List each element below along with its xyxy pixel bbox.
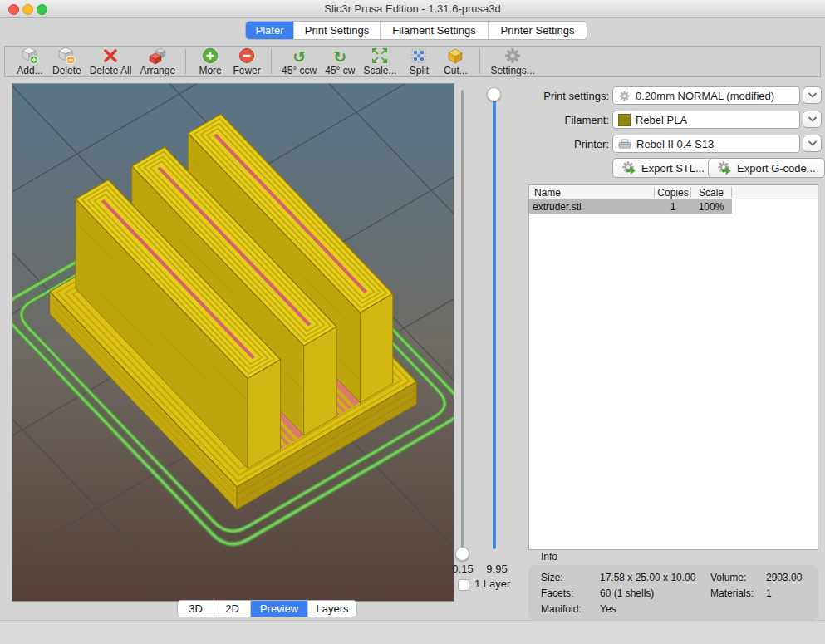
view-mode-layers[interactable]: Layers <box>308 601 356 617</box>
split-icon <box>410 47 428 65</box>
scale-button[interactable]: Scale... <box>363 47 396 76</box>
cut-button-label: Cut... <box>444 66 468 76</box>
rotate-ccw-button-label: 45° ccw <box>282 66 317 76</box>
printer-combo[interactable]: Rebel II 0.4 S13 <box>612 135 800 153</box>
export-stl-button[interactable]: Export STL... <box>612 158 714 178</box>
delete-all-icon <box>101 47 120 65</box>
delete-button[interactable]: Delete <box>52 47 81 76</box>
rotate-ccw-icon: ↺ <box>292 47 306 65</box>
column-header-name[interactable]: Name <box>534 185 651 199</box>
arrange-icon <box>149 47 167 65</box>
export-gear-arrow-icon <box>621 160 636 175</box>
volume-label: Volume: <box>710 572 746 583</box>
export-gear-arrow-icon <box>717 160 732 175</box>
filament-color-swatch <box>618 114 631 126</box>
materials-value: 1 <box>766 587 772 599</box>
manifold-value: Yes <box>600 603 616 615</box>
add-button[interactable]: Add... <box>16 47 44 76</box>
rotate-ccw-button[interactable]: ↺ 45° ccw <box>282 47 317 76</box>
info-section-title: Info <box>541 551 557 563</box>
tab-filament-settings[interactable]: Filament Settings <box>381 22 489 39</box>
row-name-cell: extruder.stl <box>533 199 652 214</box>
materials-label: Materials: <box>710 587 754 599</box>
arrange-button-label: Arrange <box>140 66 175 76</box>
view-mode-2d[interactable]: 2D <box>214 601 251 617</box>
row-scale-cell: 100% <box>691 199 731 214</box>
one-layer-checkbox[interactable] <box>458 579 469 591</box>
fewer-button-label: Fewer <box>233 66 260 76</box>
arrange-button[interactable]: Arrange <box>140 47 175 76</box>
rotate-cw-icon: ↻ <box>333 47 346 65</box>
chevron-down-icon <box>808 92 817 98</box>
export-gcode-button[interactable]: Export G-code... <box>708 158 825 178</box>
layer-slider-low-value: 0.15 <box>445 563 480 575</box>
settings-button[interactable]: Settings... <box>490 47 534 76</box>
layer-slider-high-track[interactable] <box>493 94 496 549</box>
cut-cube-icon <box>446 47 464 65</box>
toolbar-separator <box>479 49 480 74</box>
object-table-header: Name Copies Scale <box>529 185 818 199</box>
layer-slider-high-value: 9.95 <box>479 563 514 575</box>
facets-value: 60 (1 shells) <box>600 587 654 599</box>
delete-button-label: Delete <box>52 66 81 76</box>
add-box-icon <box>21 47 39 65</box>
printer-icon <box>618 139 631 150</box>
filament-combo[interactable]: Rebel PLA <box>612 111 800 129</box>
title-bar: Slic3r Prusa Edition - 1.31.6-prusa3d <box>0 0 825 18</box>
chevron-down-icon <box>808 116 817 122</box>
volume-value: 2903.00 <box>766 572 802 583</box>
delete-all-button-label: Delete All <box>90 66 132 76</box>
rotate-cw-button-label: 45° cw <box>325 66 355 76</box>
print-settings-value: 0.20mm NORMAL (modified) <box>636 90 774 102</box>
chevron-down-icon <box>808 140 817 146</box>
settings-button-label: Settings... <box>490 66 534 76</box>
more-button-label: More <box>199 66 221 76</box>
one-layer-checkbox-label: 1 Layer <box>474 578 510 590</box>
main-tabset: Plater Print Settings Filament Settings … <box>245 21 587 40</box>
scale-arrows-icon <box>371 47 389 65</box>
toolbar: Add... Delete Delete All <box>4 46 821 77</box>
layer-slider-low-thumb[interactable] <box>455 547 469 561</box>
toolbar-separator <box>185 49 186 74</box>
tab-print-settings[interactable]: Print Settings <box>294 22 381 39</box>
delete-all-button[interactable]: Delete All <box>90 47 132 76</box>
print-settings-combo[interactable]: 0.20mm NORMAL (modified) <box>612 86 800 105</box>
printer-dropdown-button[interactable] <box>803 135 822 152</box>
window-title: Slic3r Prusa Edition - 1.31.6-prusa3d <box>0 2 825 15</box>
filament-value: Rebel PLA <box>636 114 687 126</box>
column-header-copies[interactable]: Copies <box>655 185 691 199</box>
print-settings-dropdown-button[interactable] <box>803 86 822 104</box>
size-value: 17.58 x 25.00 x 10.00 <box>600 572 695 583</box>
more-plus-icon <box>201 47 219 65</box>
split-button-label: Split <box>410 66 429 76</box>
delete-box-icon <box>57 47 76 65</box>
layer-slider-high-thumb[interactable] <box>487 87 501 101</box>
cut-button[interactable]: Cut... <box>441 47 469 76</box>
tab-plater[interactable]: Plater <box>246 22 294 39</box>
preset-gear-icon <box>618 90 631 102</box>
column-header-scale[interactable]: Scale <box>691 185 731 199</box>
row-copies-cell: 1 <box>655 199 691 214</box>
view-mode-3d[interactable]: 3D <box>178 601 214 617</box>
view-mode-tabset: 3D 2D Preview Layers <box>177 600 357 617</box>
export-gcode-button-label: Export G-code... <box>737 162 816 175</box>
view-mode-preview[interactable]: Preview <box>251 601 308 617</box>
rotate-cw-button[interactable]: ↻ 45° cw <box>325 47 355 76</box>
gcode-preview-scene <box>12 84 454 601</box>
facets-label: Facets: <box>541 587 573 599</box>
preview-3d-viewport[interactable] <box>12 83 454 602</box>
filament-dropdown-button[interactable] <box>803 111 822 128</box>
more-button[interactable]: More <box>196 47 224 76</box>
tab-printer-settings[interactable]: Printer Settings <box>489 22 587 39</box>
fewer-minus-icon <box>238 47 256 65</box>
layer-slider-low-track[interactable] <box>461 90 464 549</box>
toolbar-separator <box>271 49 272 74</box>
info-panel: Size: 17.58 x 25.00 x 10.00 Volume: 2903… <box>528 565 818 620</box>
printer-value: Rebel II 0.4 S13 <box>636 138 714 150</box>
fewer-button[interactable]: Fewer <box>233 47 261 76</box>
size-label: Size: <box>541 572 563 583</box>
object-list-table[interactable]: Name Copies Scale extruder.stl 1 100% <box>528 184 818 550</box>
table-row[interactable]: extruder.stl 1 100% <box>529 199 732 214</box>
split-button[interactable]: Split <box>405 47 433 76</box>
status-bar <box>0 620 825 644</box>
